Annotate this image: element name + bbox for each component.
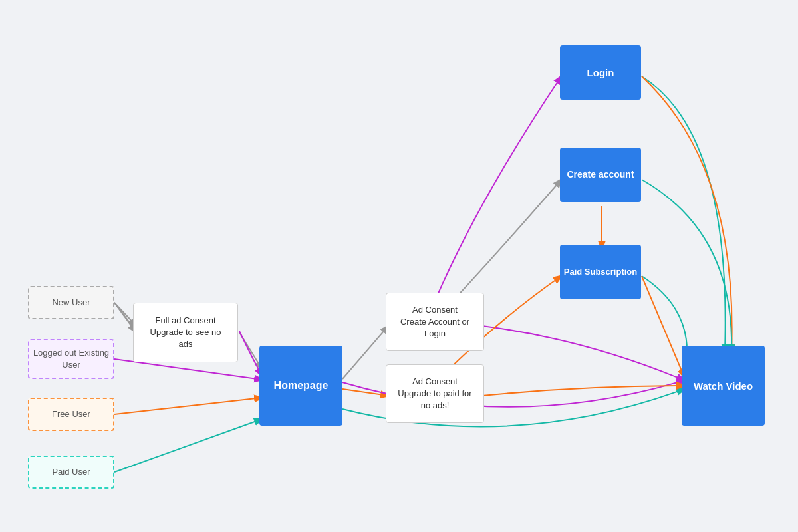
- paid-user-node: Paid User: [28, 456, 114, 489]
- svg-line-9: [642, 276, 684, 377]
- svg-line-5: [239, 332, 262, 369]
- homepage-node: Homepage: [259, 346, 342, 426]
- ad-consent-paid-node: Ad ConsentUpgrade to paid forno ads!: [386, 364, 484, 423]
- free-user-node: Free User: [28, 398, 114, 431]
- create-account-node: Create account: [560, 148, 641, 202]
- svg-line-6: [342, 326, 388, 379]
- svg-line-7: [342, 389, 388, 396]
- full-ad-consent-node: Full ad ConsentUpgrade to see noads: [133, 303, 238, 362]
- ad-consent-login-node: Ad ConsentCreate Account orLogin: [386, 293, 484, 351]
- login-node: Login: [560, 45, 641, 100]
- watch-video-node: Watch Video: [682, 346, 765, 426]
- arrows-layer: [0, 0, 798, 532]
- diagram-container: New User Logged out Existing User Free U…: [0, 0, 798, 532]
- new-user-node: New User: [28, 286, 114, 319]
- svg-line-4: [114, 419, 262, 472]
- logged-out-user-node: Logged out Existing User: [28, 339, 114, 379]
- svg-line-3: [114, 398, 262, 414]
- paid-subscription-node: Paid Subscription: [560, 245, 641, 299]
